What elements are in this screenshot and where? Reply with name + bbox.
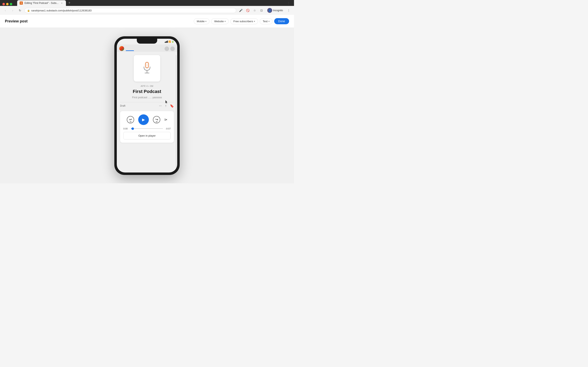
browser-toolbar: ‹ › ↻ 🔒 sarahjonas1.substack.com/publish… [0,6,294,15]
tab-title: Editing "First Podcast" - Subs... [25,2,59,4]
profile-label: Incognito [273,9,283,12]
status-icons: 📶 🔋 [165,41,174,43]
browser-tabs-row: S Editing "First Podcast" - Subs... × + … [0,0,294,6]
skip-back-button[interactable]: ↩ 15 [127,116,134,123]
play-button[interactable]: ▶ [138,114,149,125]
address-bar[interactable]: 🔒 sarahjonas1.substack.com/publish/post/… [25,8,236,13]
address-text: sarahjonas1.substack.com/publish/post/11… [31,9,233,12]
app-header: Preview post Mobile ▾ Website ▾ Free sub… [0,15,294,28]
traffic-lights [2,3,12,5]
post-meta: APR 4 • 0M [120,85,174,87]
lock-icon: 🔒 [27,9,30,12]
refresh-button[interactable]: ↻ [17,8,23,13]
profile-button[interactable]: 👤 Incognito [266,7,285,14]
back-button[interactable]: ‹ [2,8,8,13]
progress-fill [131,128,133,129]
phone-nav-active-tab [126,50,134,51]
post-actions: ··· ↑ 🔖 [159,104,174,108]
player-progress: 0:00 -0:07 [123,127,171,130]
phone-nav-bar [117,44,177,52]
microphone-icon[interactable]: 🎤 [238,8,243,13]
bookmark-star-icon[interactable]: ☆ [252,8,258,13]
skip-forward-button[interactable]: ↪ 30 [153,116,160,123]
browser-chrome: S Editing "First Podcast" - Subs... × + … [0,0,294,6]
progress-thumb [131,127,134,130]
post-title: First Podcast [120,89,174,94]
remaining-time: -0:07 [164,127,171,130]
speed-button[interactable]: 1× [164,118,167,121]
current-time: 0:00 [123,127,130,130]
battery-icon: 🔋 [172,41,174,43]
post-thumbnail [134,55,160,82]
mobile-toggle-button[interactable]: Mobile ▾ [194,18,209,24]
wifi-icon: 📶 [168,41,171,43]
phone-post: APR 4 • 0M First Podcast First podcast .… [117,52,177,146]
phone-nav-circle-1 [164,47,169,51]
open-player-button[interactable]: Open in player [123,132,171,140]
page-title: Preview post [5,19,27,24]
browser-more-icon[interactable]: ⋮ [286,8,292,13]
free-subscribers-button[interactable]: Free subscribers ▾ [230,18,258,24]
mobile-chevron-icon: ▾ [205,20,207,22]
preview-area: 📶 🔋 [0,28,294,183]
phone-scrollbar[interactable] [176,55,176,168]
website-toggle-button[interactable]: Website ▾ [211,18,229,24]
close-window-button[interactable] [2,3,5,5]
header-controls: Mobile ▾ Website ▾ Free subscribers ▾ Te… [194,18,289,24]
minimize-window-button[interactable] [6,3,9,5]
avatar: 👤 [267,8,272,13]
done-button[interactable]: Done [274,18,289,24]
phone-content[interactable]: APR 4 • 0M First Podcast First podcast .… [117,52,177,173]
draft-badge: Draft [120,104,125,107]
test-chevron-icon: ▾ [268,20,269,22]
subscribers-chevron-icon: ▾ [254,20,255,22]
browser-menu-button[interactable]: ⋮ [286,0,292,6]
split-view-icon[interactable]: ⊡ [259,8,264,13]
signal-bars-icon [165,41,168,43]
post-subtitle: First podcast ..... yasssss [120,96,174,99]
player-controls: ↩ 15 ▶ ↪ 30 1× [123,114,171,125]
phone-nav-logo [119,46,124,51]
phone-nav-circle-2 [170,47,175,51]
phone-screen: 📶 🔋 [117,39,177,173]
progress-track[interactable] [131,128,163,129]
post-footer: Draft ··· ↑ 🔖 [120,102,174,109]
share-icon[interactable]: ↑ [165,104,167,108]
active-tab[interactable]: S Editing "First Podcast" - Subs... × [17,0,66,6]
phone-mockup: 📶 🔋 [114,36,180,175]
new-tab-button[interactable]: + [67,0,72,6]
bookmark-icon[interactable]: 🔖 [170,104,174,108]
app-content: Preview post Mobile ▾ Website ▾ Free sub… [0,15,294,183]
toolbar-actions: 🎤 🚫 ☆ ⊡ 👤 Incognito ⋮ [238,7,292,14]
more-options-icon[interactable]: ··· [159,104,162,108]
maximize-window-button[interactable] [10,3,12,5]
audio-player: ↩ 15 ▶ ↪ 30 1× [120,111,174,143]
camera-off-icon[interactable]: 🚫 [245,8,251,13]
microphone-illustration [141,61,153,75]
phone-notch [137,39,157,44]
phone-nav-circles [164,47,175,51]
website-chevron-icon: ▾ [225,20,226,22]
tab-favicon: S [20,1,23,5]
forward-button[interactable]: › [10,8,16,13]
test-button[interactable]: Test ▾ [260,18,273,24]
tab-close-button[interactable]: × [60,1,63,5]
